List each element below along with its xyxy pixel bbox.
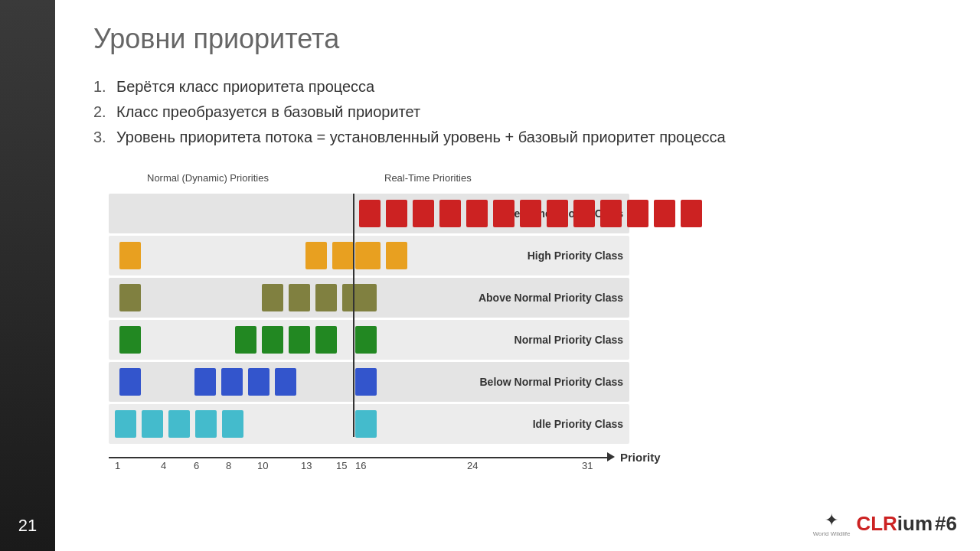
brand-name: CLR ium #6 [856,512,957,536]
label-realtime-priorities: Real-Time Priorities [384,172,472,184]
bullet-text-1: Берётся класс приоритета процесса [116,78,374,96]
row-label-below-normal: Below Normal Priority Class [479,376,623,388]
row-idle: Idle Priority Class [109,404,629,444]
slide-number: 21 [18,516,37,536]
rt-block [600,200,622,227]
x-tick-8: 8 [226,460,231,471]
norm-block-c [315,326,337,354]
abn-block-c [289,284,310,311]
brand-logo-wrap: ✦ World Wildlife [813,510,851,537]
idle-block [115,410,136,438]
row-label-high: High Priority Class [528,249,623,262]
brand-suffix: ium [897,512,933,536]
x-axis-arrow [607,452,615,461]
branding: ✦ World Wildlife CLR ium #6 [813,510,957,537]
norm-block-right [355,326,377,354]
x-axis: 1 4 6 8 10 13 15 16 24 31 Priority [109,448,629,471]
bn-block-c [275,368,296,396]
idle-block-right [355,410,377,438]
high-block-c [305,242,327,269]
bullet-item-3: 3. Уровень приоритета потока = установле… [93,129,942,146]
bn-block-c [248,368,270,396]
row-label-normal: Normal Priority Class [514,334,623,346]
rt-block [627,200,648,227]
high-block-right [355,242,377,269]
bullet-text-3: Уровень приоритета потока = установленны… [116,129,726,146]
norm-block-c [235,326,256,354]
bullet-list: 1. Берётся класс приоритета процесса 2. … [93,78,942,154]
x-tick-24: 24 [467,460,478,471]
x-tick-1: 1 [115,460,120,471]
bn-block-c [194,368,216,396]
x-tick-10: 10 [257,460,268,471]
rt-block [386,200,407,227]
idle-block [195,410,217,438]
x-tick-6: 6 [194,460,199,471]
rt-block [520,200,541,227]
abn-block-c [315,284,337,311]
sidebar: 21 [0,0,55,551]
row-below-normal: Below Normal Priority Class [109,362,629,402]
idle-block [142,410,163,438]
norm-block-c [289,326,310,354]
x-axis-line [109,457,610,458]
x-tick-31: 31 [582,460,593,471]
row-realtime: Realtime Priority Class [109,194,629,233]
priority-axis-label: Priority [620,451,661,464]
row-label-idle: Idle Priority Class [533,418,623,430]
label-normal-priorities: Normal (Dynamic) Priorities [147,172,269,184]
bullet-num-2: 2. [93,103,116,121]
rt-block [439,200,461,227]
x-tick-13: 13 [301,460,312,471]
rt-block [654,200,675,227]
rt-block [413,200,434,227]
page-title: Уровни приоритета [93,23,942,55]
brand-prefix: CLR [856,512,897,536]
bn-block-right [355,368,377,396]
main-content: Уровни приоритета 1. Берётся класс приор… [55,0,980,551]
row-above-normal: Above Normal Priority Class [109,278,629,318]
abn-block-right [355,284,377,311]
rt-block [466,200,488,227]
bullet-num-3: 3. [93,129,116,146]
brand-sub: World Wildlife [813,530,851,537]
row-label-above-normal: Above Normal Priority Class [479,292,623,304]
chart-rows: Realtime Priority Class [109,194,629,446]
x-tick-4: 4 [161,460,166,471]
bn-block-left [119,368,141,396]
abn-block-c [262,284,283,311]
norm-block-c [262,326,283,354]
brand-number: #6 [935,512,957,536]
high-block-c [386,242,407,269]
rt-block [493,200,514,227]
high-block-left [119,242,141,269]
rt-block [359,200,381,227]
x-tick-15: 15 [336,460,347,471]
rt-block [573,200,595,227]
bullet-num-1: 1. [93,78,116,96]
bullet-item-1: 1. Берётся класс приоритета процесса [93,78,942,96]
rt-block [547,200,568,227]
row-high: High Priority Class [109,236,629,276]
bullet-item-2: 2. Класс преобразуется в базовый приорит… [93,103,942,121]
idle-block [168,410,190,438]
priority-chart: Normal (Dynamic) Priorities Real-Time Pr… [109,172,629,471]
brand-icon: ✦ [825,510,838,530]
row-normal: Normal Priority Class [109,320,629,360]
idle-block [222,410,243,438]
rt-block [681,200,702,227]
high-block-c [332,242,354,269]
priority-divider-line [353,194,354,437]
abn-block-left [119,284,141,311]
x-tick-16: 16 [355,460,366,471]
norm-block-left [119,326,141,354]
bullet-text-2: Класс преобразуется в базовый приоритет [116,103,420,121]
bn-block-c [221,368,243,396]
